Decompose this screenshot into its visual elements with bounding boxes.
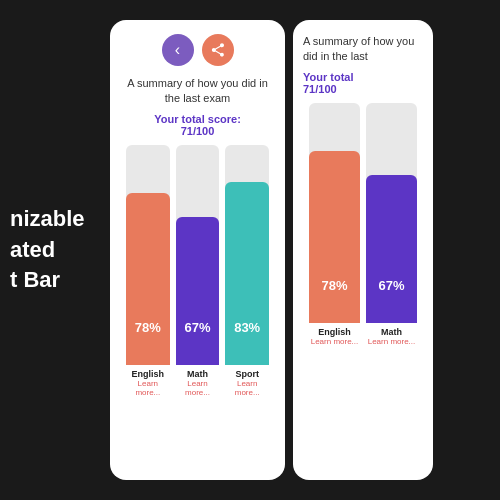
bar-fill-math: 67% [176, 217, 220, 364]
bar2-math: 67% [366, 103, 417, 323]
learn-more-math[interactable]: Learn more... [176, 379, 220, 397]
subject2-english: English [318, 327, 351, 337]
card2-score-value: 71/100 [303, 83, 337, 95]
learn-more2-english[interactable]: Learn more... [311, 337, 359, 346]
back-button[interactable]: ‹ [162, 34, 194, 66]
bar2-pct-math: 67% [378, 278, 404, 293]
bar2-pct-english: 78% [321, 278, 347, 293]
card2-score-label: Your total [303, 71, 354, 83]
bar2-wrapper-english: 78% [309, 103, 360, 323]
card-score: Your total score: 71/100 [154, 113, 241, 137]
feature-line3: t Bar [10, 265, 110, 296]
subject-english: English [132, 369, 165, 379]
main-content: nizable ated t Bar ‹ A summary of how yo… [0, 0, 433, 500]
bar-fill-english: 78% [126, 193, 170, 365]
score-label: Your total score: [154, 113, 241, 125]
subject2-math: Math [381, 327, 402, 337]
label-math: Math Learn more... [176, 369, 220, 397]
feature-text: nizable ated t Bar [0, 204, 110, 296]
share-button[interactable] [202, 34, 234, 66]
bar-pct-sport: 83% [234, 320, 260, 335]
learn-more-sport[interactable]: Learn more... [225, 379, 269, 397]
learn-more-english[interactable]: Learn more... [126, 379, 170, 397]
bar-pct-math: 67% [184, 320, 210, 335]
card-actions: ‹ [162, 34, 234, 66]
chart-labels: English Learn more... Math Learn more...… [120, 369, 275, 397]
subject-sport: Sport [235, 369, 259, 379]
card2-title: A summary of how you did in the last [303, 34, 423, 65]
bar-wrapper-english: 78% [126, 145, 170, 365]
label-english: English Learn more... [126, 369, 170, 397]
bar2-wrapper-math: 67% [366, 103, 417, 323]
chart2-labels: English Learn more... Math Learn more... [303, 327, 423, 346]
feature-line1: nizable [10, 204, 110, 235]
feature-line2: ated [10, 235, 110, 266]
label2-math: Math Learn more... [366, 327, 417, 346]
card2-score: Your total 71/100 [303, 71, 354, 95]
cards-container: ‹ A summary of how you did in the last e… [110, 10, 433, 490]
bar-sport: 83% [225, 145, 269, 365]
bar-wrapper-sport: 83% [225, 145, 269, 365]
bar2-english: 78% [309, 103, 360, 323]
card-2: A summary of how you did in the last You… [293, 20, 433, 480]
subject-math: Math [187, 369, 208, 379]
bar-math: 67% [176, 145, 220, 365]
bar-pct-english: 78% [135, 320, 161, 335]
card-title: A summary of how you did in the last exa… [120, 76, 275, 107]
learn-more2-math[interactable]: Learn more... [368, 337, 416, 346]
label-sport: Sport Learn more... [225, 369, 269, 397]
label2-english: English Learn more... [309, 327, 360, 346]
chart-area: 78% 67% 83% [120, 145, 275, 365]
bar2-fill-math: 67% [366, 175, 417, 322]
bar-english: 78% [126, 145, 170, 365]
bar2-fill-english: 78% [309, 151, 360, 323]
score-value: 71/100 [181, 125, 215, 137]
bar-wrapper-math: 67% [176, 145, 220, 365]
card-1: ‹ A summary of how you did in the last e… [110, 20, 285, 480]
bar-fill-sport: 83% [225, 182, 269, 365]
chart2-area: 78% 67% [303, 103, 423, 323]
